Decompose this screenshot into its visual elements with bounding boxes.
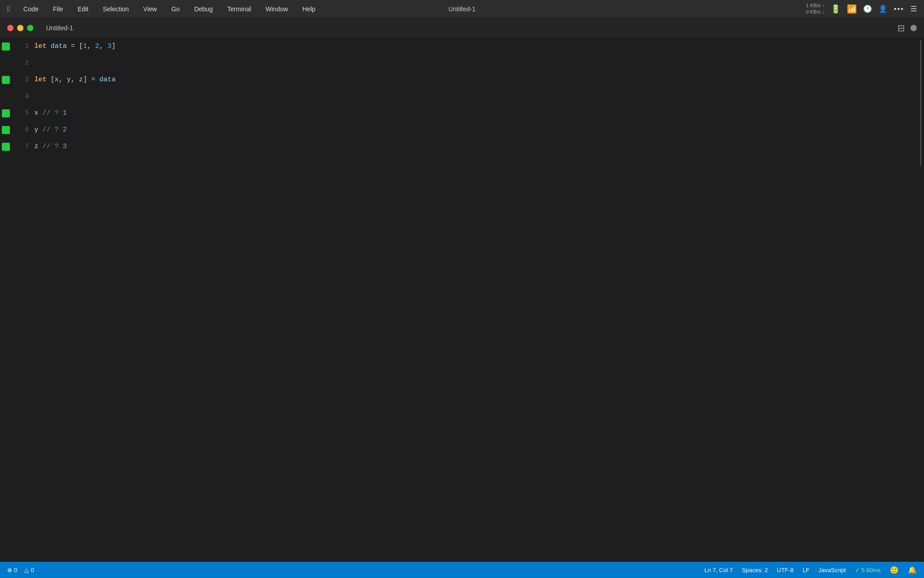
errors-indicator[interactable]: ⊗ 0: [7, 567, 17, 573]
gutter-3: [0, 71, 12, 88]
spaces-indicator[interactable]: Spaces: 2: [742, 567, 768, 573]
gutter-6: [0, 121, 12, 138]
menubar-right: 1 KB/s ↑ 0 KB/s ↓ 🔋 📶 🕐 👤 ••• ☰: [806, 3, 917, 14]
line-num-1: 1: [12, 38, 29, 55]
run-indicator-1: [2, 42, 10, 51]
var-y-decl: y: [67, 71, 71, 88]
line-num-7: 7: [12, 138, 29, 155]
error-count: 0: [14, 567, 17, 573]
line-num-3: 3: [12, 71, 29, 88]
gutter-7: [0, 138, 12, 155]
var-x-decl: x: [55, 71, 59, 88]
scrollbar[interactable]: [918, 38, 924, 562]
comment-5: // ?: [38, 105, 63, 121]
menu-terminal[interactable]: Terminal: [225, 5, 254, 14]
bell-icon[interactable]: 🔔: [908, 566, 917, 574]
more-icon[interactable]: •••: [894, 5, 904, 13]
menu-debug[interactable]: Debug: [191, 5, 215, 14]
warning-icon: △: [24, 567, 29, 573]
var-data: data: [51, 38, 67, 55]
error-icon: ⊗: [7, 567, 12, 573]
comment-7: // ?: [38, 138, 63, 155]
line-ending-indicator[interactable]: LF: [803, 567, 809, 573]
run-indicator-5: [2, 109, 10, 117]
wifi-icon: 📶: [847, 4, 857, 14]
var-y: y: [34, 121, 38, 138]
menubar:  Code File Edit Selection View Go Debug…: [0, 0, 924, 18]
clock-icon: 🕐: [863, 5, 872, 13]
code-line-2: [34, 55, 918, 71]
code-line-4: [34, 88, 918, 105]
num-1: 1: [83, 38, 87, 55]
result-1: 1: [63, 105, 67, 121]
encoding-indicator[interactable]: UTF-8: [777, 567, 794, 573]
line-num-2: 2: [12, 55, 29, 71]
gutter-2: [0, 55, 12, 71]
window-title: Untitled-1: [448, 5, 476, 13]
code-line-5: x // ? 1: [34, 105, 918, 121]
run-time-indicator[interactable]: ✓ 5.60ms: [855, 567, 881, 573]
editor-main[interactable]: 1 2 3 4 5 6 7 let data = [ 1 , 2 , 3 ]: [0, 38, 924, 562]
line-num-6: 6: [12, 121, 29, 138]
scrollbar-thumb[interactable]: [920, 40, 921, 166]
line-numbers: 1 2 3 4 5 6 7: [12, 38, 34, 562]
keyword-let-1: let: [34, 38, 46, 55]
code-line-3: let [ x , y , z ] = data: [34, 71, 918, 88]
menu-selection[interactable]: Selection: [100, 5, 132, 14]
battery-icon: 🔋: [831, 4, 841, 14]
result-3: 3: [63, 138, 67, 155]
line-num-5: 5: [12, 105, 29, 121]
run-indicator-7: [2, 143, 10, 151]
statusbar: ⊗ 0 △ 0 Ln 7, Col 7 Spaces: 2 UTF-8 LF J…: [0, 562, 924, 578]
menu-help[interactable]: Help: [300, 5, 318, 14]
tab-actions: ⊟: [834, 23, 924, 33]
keyword-let-3: let: [34, 71, 46, 88]
menu-go[interactable]: Go: [169, 5, 183, 14]
editor-container: 1 2 3 4 5 6 7 let data = [ 1 , 2 , 3 ]: [0, 38, 924, 562]
warning-count: 0: [31, 567, 34, 573]
menu-edit[interactable]: Edit: [75, 5, 91, 14]
var-z-decl: z: [79, 71, 83, 88]
user-icon: 👤: [878, 5, 887, 13]
code-line-1: let data = [ 1 , 2 , 3 ]: [34, 38, 918, 55]
gutter-5: [0, 105, 12, 121]
cursor-position[interactable]: Ln 7, Col 7: [704, 567, 733, 573]
smiley-icon[interactable]: 🙂: [890, 566, 899, 574]
apple-icon[interactable]: : [7, 5, 10, 13]
fullscreen-button[interactable]: [27, 25, 33, 31]
gutter-indicators: [0, 38, 12, 562]
gutter-4: [0, 88, 12, 105]
result-2: 2: [63, 121, 67, 138]
traffic-lights-area: Untitled-1: [0, 24, 90, 32]
code-editor[interactable]: let data = [ 1 , 2 , 3 ] let [ x ,: [34, 38, 918, 562]
close-button[interactable]: [7, 25, 14, 31]
var-data-ref: data: [99, 71, 116, 88]
num-3: 3: [107, 38, 111, 55]
statusbar-left: ⊗ 0 △ 0: [7, 567, 34, 573]
var-z: z: [34, 138, 38, 155]
num-2: 2: [95, 38, 99, 55]
run-indicator-3: [2, 76, 10, 84]
comment-6: // ?: [38, 121, 63, 138]
menu-window[interactable]: Window: [263, 5, 291, 14]
menu-file[interactable]: File: [50, 5, 66, 14]
run-indicator-6: [2, 126, 10, 134]
line-num-4: 4: [12, 88, 29, 105]
network-speed: 1 KB/s ↑ 0 KB/s ↓: [806, 3, 824, 14]
minimize-button[interactable]: [17, 25, 23, 31]
list-icon[interactable]: ☰: [910, 5, 917, 13]
var-x: x: [34, 105, 38, 121]
split-editor-icon[interactable]: ⊟: [897, 23, 905, 33]
tab-bar: Untitled-1 ⊟: [0, 18, 924, 38]
dot-icon[interactable]: [910, 25, 917, 31]
code-line-7: z // ? 3: [34, 138, 918, 155]
language-indicator[interactable]: JavaScript: [818, 567, 846, 573]
statusbar-right: Ln 7, Col 7 Spaces: 2 UTF-8 LF JavaScrip…: [704, 566, 917, 574]
warnings-indicator[interactable]: △ 0: [24, 567, 34, 573]
menu-code[interactable]: Code: [21, 5, 41, 14]
menu-view[interactable]: View: [141, 5, 160, 14]
code-line-6: y // ? 2: [34, 121, 918, 138]
tab-label[interactable]: Untitled-1: [46, 24, 73, 32]
gutter-1: [0, 38, 12, 55]
